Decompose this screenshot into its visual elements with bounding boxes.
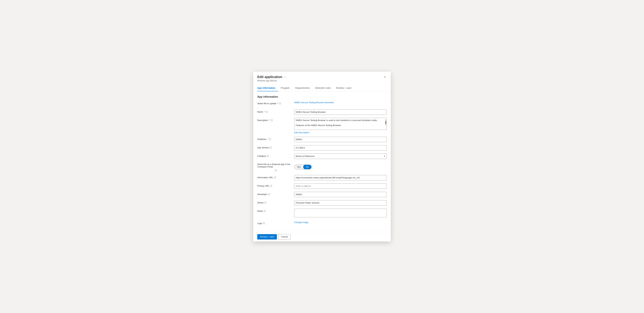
notes-label: Notes [257, 210, 263, 212]
panel-subtitle: Windows app (Win32) [257, 80, 387, 82]
name-control [294, 109, 387, 115]
app-version-input[interactable] [294, 145, 387, 151]
tabs-bar: App information Program Requirements Det… [253, 85, 391, 91]
name-label-group: Name * ⓘ [257, 109, 294, 113]
edit-description-row: Edit Description [294, 131, 387, 134]
app-version-label: App Version [257, 146, 269, 149]
tab-detection-rules[interactable]: Detection rules [312, 85, 334, 91]
notes-info-icon[interactable]: ⓘ [264, 210, 266, 213]
notes-row: Notes ⓘ [257, 209, 387, 218]
tab-review-save[interactable]: Review + save [334, 85, 354, 91]
select-file-label: Select file to update [257, 102, 276, 105]
privacy-url-info-icon[interactable]: ⓘ [270, 184, 272, 187]
panel-title: Edit application [257, 75, 282, 79]
privacy-url-label-group: Privacy URL ⓘ [257, 183, 294, 187]
category-select[interactable]: Books & Reference Business Education Ent… [294, 154, 387, 159]
owner-control [294, 200, 387, 206]
description-textarea[interactable]: NWEA Secure Testing Browser is used to t… [294, 118, 387, 130]
developer-info-icon[interactable]: ⓘ [268, 193, 270, 196]
info-url-info-icon[interactable]: ⓘ [274, 176, 276, 179]
section-heading: App information [257, 95, 387, 98]
tab-program[interactable]: Program [278, 85, 292, 91]
developer-control [294, 192, 387, 197]
toggle-container[interactable]: Yes No [294, 165, 312, 169]
more-options-button[interactable]: ··· [283, 75, 288, 79]
publisher-required: * [267, 138, 268, 140]
select-file-info-icon[interactable]: ⓘ [279, 102, 281, 105]
name-row: Name * ⓘ [257, 109, 387, 115]
publisher-row: Publisher * ⓘ [257, 137, 387, 142]
notes-control [294, 209, 387, 218]
publisher-label: Publisher [257, 138, 266, 140]
publisher-info-icon[interactable]: ⓘ [269, 138, 271, 141]
description-textarea-wrap: NWEA Secure Testing Browser is used to t… [294, 118, 387, 130]
notes-label-group: Notes ⓘ [257, 209, 294, 213]
edit-application-panel: Edit application ··· × Windows app (Win3… [253, 72, 391, 241]
toggle-no-option[interactable]: No [303, 165, 312, 169]
info-url-row: Information URL ⓘ [257, 175, 387, 180]
developer-label: Developer [257, 193, 267, 195]
owner-row: Owner ⓘ [257, 200, 387, 206]
category-select-wrap: Books & Reference Business Education Ent… [294, 154, 387, 159]
toggle-yes-option[interactable]: Yes [294, 165, 303, 169]
publisher-label-group: Publisher * ⓘ [257, 137, 294, 141]
toggle-wrap: Yes No [294, 164, 387, 170]
logo-label: Logo [257, 222, 262, 225]
privacy-url-control [294, 183, 387, 189]
publisher-control [294, 137, 387, 142]
description-label: Description [257, 119, 268, 122]
app-version-row: App Version ⓘ [257, 145, 387, 151]
name-info-icon[interactable]: ⓘ [266, 110, 268, 113]
developer-label-group: Developer ⓘ [257, 192, 294, 196]
select-file-required: * [278, 102, 278, 105]
name-input[interactable] [294, 109, 387, 115]
review-save-button[interactable]: Review + save [257, 234, 277, 239]
featured-app-label: Show this as a featured app in the Compa… [257, 163, 294, 168]
cancel-button[interactable]: Cancel [278, 234, 291, 239]
publisher-input[interactable] [294, 137, 387, 142]
owner-input[interactable] [294, 200, 387, 206]
app-version-control [294, 145, 387, 151]
featured-app-control: Yes No [294, 164, 387, 170]
panel-footer: Review + save Cancel [253, 232, 391, 241]
tab-requirements[interactable]: Requirements [292, 85, 312, 91]
category-control: Books & Reference Business Education Ent… [294, 154, 387, 159]
logo-info-icon[interactable]: ⓘ [263, 222, 265, 225]
description-info-icon[interactable]: ⓘ [271, 119, 273, 122]
name-label: Name [257, 111, 263, 113]
privacy-url-input[interactable] [294, 183, 387, 189]
category-label: Category [257, 155, 266, 157]
category-info-icon[interactable]: ⓘ [267, 155, 269, 158]
logo-row: Logo ⓘ Change image [257, 221, 387, 226]
select-file-link[interactable]: NWEA Secure Testing Browser.intunewin [294, 101, 334, 104]
close-button[interactable]: × [383, 75, 387, 79]
info-url-input[interactable] [294, 175, 387, 180]
developer-input[interactable] [294, 192, 387, 197]
panel-title-group: Edit application ··· [257, 75, 288, 79]
notes-textarea[interactable] [294, 209, 387, 217]
logo-control: Change image [294, 221, 387, 223]
description-control: NWEA Secure Testing Browser is used to t… [294, 118, 387, 134]
name-required: * [264, 111, 265, 113]
panel-body: App information Select file to update * … [253, 91, 391, 232]
info-url-label: Information URL [257, 176, 273, 179]
change-image-link[interactable]: Change image [294, 221, 308, 223]
owner-label: Owner [257, 201, 264, 204]
info-url-label-group: Information URL ⓘ [257, 175, 294, 179]
edit-description-link[interactable]: Edit Description [294, 131, 310, 134]
select-file-row: Select file to update * ⓘ NWEA Secure Te… [257, 101, 387, 106]
featured-app-info-icon[interactable]: ⓘ [275, 169, 277, 172]
featured-app-label-group: Show this as a featured app in the Compa… [257, 162, 294, 172]
privacy-url-row: Privacy URL ⓘ [257, 183, 387, 189]
category-row: Category ⓘ Books & Reference Business Ed… [257, 154, 387, 159]
featured-app-row: Show this as a featured app in the Compa… [257, 162, 387, 172]
app-version-info-icon[interactable]: ⓘ [270, 146, 272, 149]
tab-app-information[interactable]: App information [257, 85, 278, 91]
description-required: * [269, 119, 270, 122]
select-file-label-group: Select file to update * ⓘ [257, 101, 294, 105]
owner-info-icon[interactable]: ⓘ [264, 201, 266, 204]
app-version-label-group: App Version ⓘ [257, 145, 294, 149]
logo-label-group: Logo ⓘ [257, 221, 294, 225]
description-row: Description * ⓘ NWEA Secure Testing Brow… [257, 118, 387, 134]
owner-label-group: Owner ⓘ [257, 200, 294, 204]
